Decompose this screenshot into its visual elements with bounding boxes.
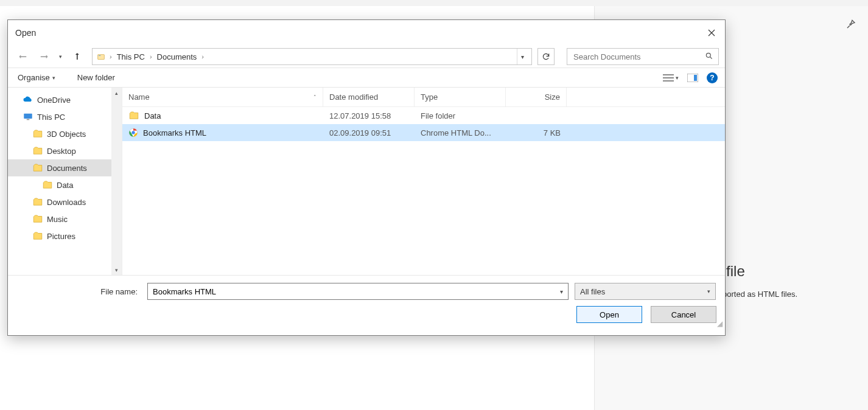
- tree-item[interactable]: 3D Objects: [8, 125, 122, 142]
- chrome-icon: [128, 128, 138, 137]
- tree-item[interactable]: Documents: [8, 159, 122, 176]
- folder-music-icon: [32, 214, 43, 224]
- tree-item[interactable]: This PC: [8, 108, 122, 125]
- svg-rect-0: [98, 55, 105, 60]
- tree-item[interactable]: Desktop: [8, 142, 122, 159]
- browser-top-band: [0, 0, 868, 6]
- file-size: 7 KB: [506, 128, 567, 137]
- filename-input[interactable]: [148, 287, 555, 296]
- folder-pic-icon: [32, 231, 43, 241]
- col-date[interactable]: Date modified: [323, 88, 415, 106]
- organise-menu[interactable]: Organise ▾: [15, 72, 58, 83]
- nav-history-dropdown[interactable]: ▾: [59, 54, 62, 60]
- pc-icon: [23, 111, 33, 122]
- folder-icon: [96, 52, 106, 61]
- tree-item-label: Downloads: [47, 198, 86, 207]
- svg-rect-9: [27, 119, 30, 120]
- svg-rect-7: [694, 75, 697, 81]
- tree-item-label: Music: [47, 215, 68, 224]
- svg-rect-1: [99, 55, 100, 56]
- dialog-titlebar: Open: [8, 20, 725, 46]
- col-size[interactable]: Size: [506, 88, 567, 106]
- tree-item-label: Desktop: [47, 147, 76, 156]
- file-row[interactable]: Bookmarks HTML02.09.2019 09:51Chrome HTM…: [122, 124, 725, 141]
- tree-item[interactable]: Downloads: [8, 193, 122, 210]
- filename-field[interactable]: ▾: [147, 283, 569, 300]
- file-name: Data: [144, 111, 161, 120]
- path-dropdown[interactable]: ▾: [517, 49, 528, 64]
- tree-item-label: OneDrive: [37, 96, 71, 105]
- file-type: Chrome HTML Do...: [415, 128, 506, 137]
- dialog-title: Open: [15, 28, 36, 38]
- chevron-icon: ›: [150, 53, 152, 60]
- svg-rect-8: [24, 114, 32, 119]
- tree-item[interactable]: OneDrive: [8, 91, 122, 108]
- svg-rect-4: [663, 77, 674, 78]
- breadcrumb-this-pc[interactable]: This PC: [116, 51, 146, 63]
- col-name[interactable]: Name ˄: [122, 88, 323, 106]
- cancel-button[interactable]: Cancel: [651, 306, 716, 323]
- scroll-down-icon[interactable]: ▾: [111, 265, 122, 275]
- chevron-icon: ›: [110, 53, 112, 60]
- search-icon: [705, 52, 713, 62]
- scroll-up-icon[interactable]: ▴: [111, 88, 122, 98]
- folder-doc-icon: [32, 162, 43, 173]
- sort-asc-icon: ˄: [313, 94, 317, 100]
- scrollbar[interactable]: ▴ ▾: [111, 88, 122, 275]
- dialog-footer: File name: ▾ All files ▾ Open Cancel ◢: [8, 275, 725, 330]
- file-date: 12.07.2019 15:58: [323, 111, 415, 120]
- open-button[interactable]: Open: [576, 306, 642, 323]
- path-field[interactable]: › This PC › Documents › ▾: [92, 48, 532, 65]
- resize-grip-icon[interactable]: ◢: [717, 319, 723, 328]
- preview-pane-button[interactable]: [687, 74, 698, 82]
- file-date: 02.09.2019 09:51: [323, 128, 415, 137]
- folder-desktop-icon: [32, 145, 43, 156]
- nav-tree: OneDriveThis PC3D ObjectsDesktopDocument…: [8, 88, 122, 275]
- chevron-down-icon: ▾: [707, 288, 710, 294]
- chevron-down-icon: ▾: [676, 75, 679, 81]
- nav-up-button[interactable]: 🠕: [71, 51, 83, 63]
- nav-back-button[interactable]: 🠔: [16, 51, 29, 63]
- file-list: Name ˄ Date modified Type Size Data12.07…: [122, 88, 725, 275]
- open-dialog: Open 🠔 🠖 ▾ 🠕 › This PC › Documents › ▾: [7, 19, 726, 336]
- folder-icon: [42, 179, 53, 190]
- filename-label: File name:: [16, 287, 141, 296]
- address-bar: 🠔 🠖 ▾ 🠕 › This PC › Documents › ▾: [8, 46, 725, 68]
- svg-rect-5: [663, 80, 674, 82]
- filename-dropdown[interactable]: ▾: [555, 283, 568, 299]
- search-input[interactable]: [572, 52, 705, 62]
- folder-dl-icon: [32, 196, 43, 207]
- tree-item-label: Documents: [47, 164, 87, 173]
- pin-icon[interactable]: [846, 19, 856, 31]
- toolbar: Organise ▾ New folder ▾ ?: [8, 68, 725, 88]
- tree-item[interactable]: Data: [8, 176, 122, 193]
- breadcrumb-documents[interactable]: Documents: [156, 51, 198, 63]
- close-button[interactable]: [698, 24, 725, 42]
- tree-item-label: This PC: [37, 113, 65, 122]
- view-mode-button[interactable]: ▾: [663, 74, 679, 82]
- tree-item[interactable]: Music: [8, 210, 122, 228]
- new-folder-button[interactable]: New folder: [75, 72, 117, 83]
- svg-point-11: [131, 131, 135, 134]
- onedrive-icon: [23, 94, 33, 105]
- tree-item[interactable]: Pictures: [8, 228, 122, 245]
- search-field[interactable]: [567, 48, 719, 65]
- folder-icon: [128, 110, 139, 121]
- file-name: Bookmarks HTML: [143, 128, 206, 137]
- col-type[interactable]: Type: [415, 88, 506, 106]
- column-headers: Name ˄ Date modified Type Size: [122, 88, 725, 107]
- tree-item-label: Data: [57, 181, 73, 190]
- nav-forward-button[interactable]: 🠖: [38, 51, 51, 63]
- svg-rect-3: [663, 74, 674, 75]
- folder-3d-icon: [32, 128, 43, 139]
- file-type-dropdown[interactable]: All files ▾: [575, 283, 716, 300]
- tree-item-label: Pictures: [47, 232, 75, 241]
- tree-item-label: 3D Objects: [47, 130, 86, 139]
- chevron-icon: ›: [201, 53, 204, 60]
- svg-point-2: [706, 53, 710, 57]
- file-type: File folder: [415, 111, 506, 120]
- help-button[interactable]: ?: [707, 72, 718, 83]
- file-row[interactable]: Data12.07.2019 15:58File folder: [122, 107, 725, 124]
- refresh-button[interactable]: [537, 48, 555, 65]
- chevron-down-icon: ▾: [52, 75, 55, 81]
